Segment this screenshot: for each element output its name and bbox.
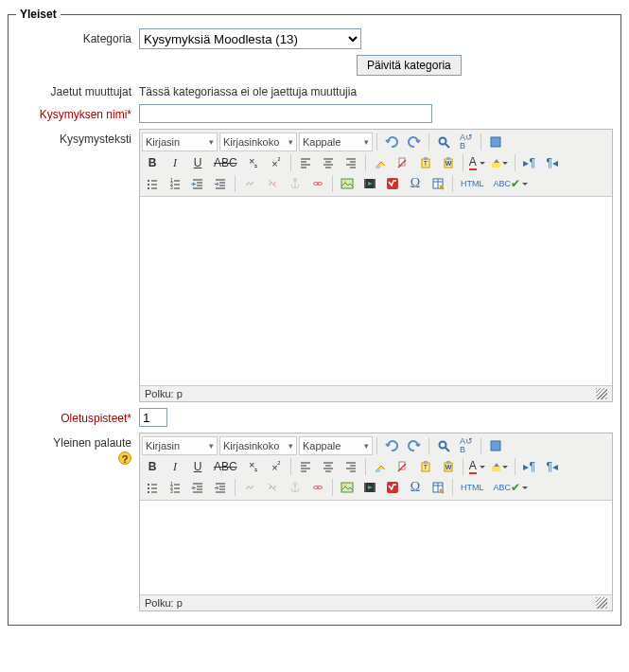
media-button[interactable] — [359, 478, 380, 497]
help-icon[interactable]: ? — [118, 451, 131, 465]
svg-rect-109 — [341, 483, 353, 492]
undo-button[interactable] — [381, 133, 402, 151]
outdent-button[interactable] — [187, 174, 208, 193]
undo-button[interactable] — [381, 436, 402, 455]
label-category: Kategoria — [16, 28, 139, 45]
equation-button[interactable] — [382, 478, 403, 497]
number-list-button[interactable]: 123 — [165, 478, 185, 497]
nolink-button[interactable] — [307, 478, 328, 497]
font-size-select[interactable]: Kirjasinkoko▾ — [219, 133, 297, 151]
svg-text:T: T — [424, 464, 428, 470]
spellcheck-button[interactable]: ABC✔ — [490, 174, 532, 193]
table-button[interactable] — [428, 478, 448, 497]
cleanup-button[interactable] — [370, 153, 391, 172]
format-select[interactable]: Kappale▾ — [299, 436, 373, 455]
fullscreen-button[interactable] — [485, 436, 506, 455]
resize-handle[interactable] — [596, 597, 607, 609]
align-center-button[interactable] — [318, 457, 339, 476]
text-color-button[interactable]: A — [467, 457, 488, 476]
cleanup-button[interactable] — [370, 457, 391, 476]
superscript-button[interactable]: ×² — [266, 457, 287, 476]
remove-format-button[interactable] — [393, 457, 413, 476]
general-feedback-body[interactable] — [140, 500, 612, 594]
italic-button[interactable]: I — [165, 457, 185, 476]
bg-color-button[interactable] — [490, 153, 511, 172]
font-size-select[interactable]: Kirjasinkoko▾ — [219, 436, 297, 455]
replace-button[interactable]: A↺B — [456, 436, 477, 455]
html-button[interactable]: HTML — [457, 478, 488, 497]
unlink-button[interactable] — [262, 478, 283, 497]
image-button[interactable] — [337, 478, 358, 497]
general-feedback-editor: Kirjasin▾ Kirjasinkoko▾ Kappale▾ A↺B — [139, 433, 613, 611]
link-button[interactable] — [239, 174, 260, 193]
strikethrough-button[interactable]: ABC — [210, 153, 241, 172]
charmap-button[interactable]: Ω — [405, 174, 426, 193]
align-left-button[interactable] — [295, 457, 316, 476]
svg-point-88 — [148, 491, 149, 493]
svg-rect-2 — [491, 137, 500, 147]
rtl-button[interactable]: ¶◂ — [542, 153, 563, 172]
superscript-button[interactable]: ×² — [266, 153, 287, 172]
resize-handle[interactable] — [596, 388, 607, 399]
equation-button[interactable] — [382, 174, 403, 193]
charmap-button[interactable]: Ω — [405, 478, 426, 497]
number-list-button[interactable]: 123 — [165, 174, 185, 193]
bullet-list-button[interactable] — [142, 174, 163, 193]
paste-word-button[interactable]: W — [438, 457, 459, 476]
fullscreen-button[interactable] — [485, 133, 506, 151]
underline-button[interactable]: U — [187, 457, 208, 476]
link-button[interactable] — [239, 478, 260, 497]
bullet-list-button[interactable] — [142, 478, 163, 497]
paste-text-button[interactable]: T — [415, 153, 436, 172]
spellcheck-button[interactable]: ABC✔ — [490, 478, 532, 497]
strikethrough-button[interactable]: ABC — [210, 457, 241, 476]
underline-button[interactable]: U — [187, 153, 208, 172]
align-left-button[interactable] — [295, 153, 316, 172]
table-button[interactable] — [428, 174, 448, 193]
svg-line-1 — [446, 144, 449, 148]
html-button[interactable]: HTML — [457, 174, 488, 193]
remove-format-button[interactable] — [393, 153, 413, 172]
category-select[interactable]: Kysymyksiä Moodlesta (13) — [139, 28, 361, 49]
indent-button[interactable] — [210, 174, 231, 193]
paste-text-button[interactable]: T — [415, 457, 436, 476]
align-right-button[interactable] — [341, 457, 361, 476]
media-button[interactable] — [359, 174, 380, 193]
question-name-input[interactable] — [139, 104, 432, 123]
bold-button[interactable]: B — [142, 457, 163, 476]
bold-button[interactable]: B — [142, 153, 163, 172]
svg-rect-112 — [364, 483, 366, 492]
redo-button[interactable] — [404, 436, 425, 455]
find-button[interactable] — [433, 436, 454, 455]
fieldset-legend: Yleiset — [16, 8, 61, 21]
anchor-button[interactable] — [285, 478, 306, 497]
nolink-button[interactable] — [307, 174, 328, 193]
outdent-button[interactable] — [187, 478, 208, 497]
subscript-button[interactable]: ×₂ — [243, 457, 264, 476]
align-center-button[interactable] — [318, 153, 339, 172]
font-family-select[interactable]: Kirjasin▾ — [142, 133, 218, 151]
svg-rect-113 — [374, 483, 376, 492]
find-button[interactable] — [433, 133, 454, 151]
paste-word-button[interactable]: W — [438, 153, 459, 172]
ltr-button[interactable]: ▸¶ — [519, 153, 540, 172]
rtl-button[interactable]: ¶◂ — [542, 457, 563, 476]
indent-button[interactable] — [210, 478, 231, 497]
replace-button[interactable]: A↺B — [456, 133, 477, 151]
italic-button[interactable]: I — [165, 153, 185, 172]
font-family-select[interactable]: Kirjasin▾ — [142, 436, 218, 455]
align-right-button[interactable] — [341, 153, 361, 172]
redo-button[interactable] — [404, 133, 425, 151]
image-button[interactable] — [337, 174, 358, 193]
anchor-button[interactable] — [285, 174, 306, 193]
update-category-button[interactable]: Päivitä kategoria — [357, 55, 462, 76]
ltr-button[interactable]: ▸¶ — [519, 457, 540, 476]
unlink-button[interactable] — [262, 174, 283, 193]
svg-point-0 — [440, 138, 446, 145]
question-text-body[interactable] — [140, 196, 612, 385]
default-mark-input[interactable] — [139, 408, 167, 427]
format-select[interactable]: Kappale▾ — [299, 133, 373, 151]
text-color-button[interactable]: A — [467, 153, 488, 172]
bg-color-button[interactable] — [490, 457, 511, 476]
subscript-button[interactable]: ×₂ — [243, 153, 264, 172]
